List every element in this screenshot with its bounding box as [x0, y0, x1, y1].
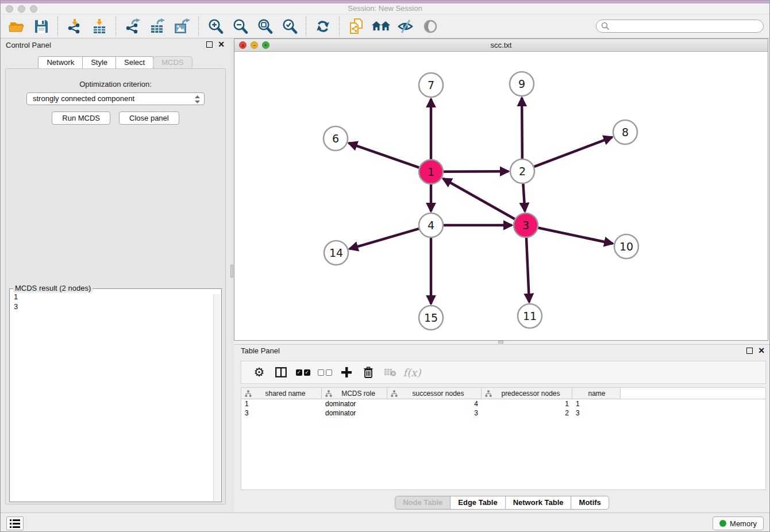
- result-scrollbar[interactable]: [213, 294, 221, 501]
- show-all-button[interactable]: [418, 16, 442, 37]
- export-table-button[interactable]: [145, 16, 170, 37]
- memory-button[interactable]: Memory: [713, 516, 764, 530]
- network-minimize-button[interactable]: –: [251, 41, 258, 49]
- tab-select[interactable]: Select: [116, 56, 153, 69]
- float-table-panel-icon[interactable]: [746, 348, 753, 354]
- column-layout-button[interactable]: [270, 363, 292, 382]
- hierarchy-icon: [325, 390, 332, 397]
- import-table-button[interactable]: [87, 16, 111, 37]
- table-cell[interactable]: dominator: [322, 408, 387, 418]
- select-chevrons-icon: [194, 95, 201, 104]
- graph-edge-2-8[interactable]: [534, 137, 613, 167]
- column-header-MCDS-role[interactable]: MCDS role: [322, 388, 387, 399]
- mcds-result-list[interactable]: 1 3: [14, 292, 210, 499]
- network-from-selection-button[interactable]: [344, 16, 368, 37]
- toolbar-separator: [339, 17, 340, 36]
- task-history-button[interactable]: [6, 516, 24, 530]
- table-row[interactable]: 3dominator323: [241, 408, 765, 418]
- network-window-titlebar[interactable]: x – + scc.txt: [234, 39, 768, 52]
- toolbar-search: [596, 20, 764, 33]
- zoom-fit-button[interactable]: [252, 16, 277, 37]
- graph-edge-3-1[interactable]: [443, 179, 515, 219]
- delete-table-button[interactable]: [379, 363, 401, 382]
- control-panel-header: Control Panel ✕: [1, 38, 230, 53]
- zoom-in-button[interactable]: [203, 16, 228, 37]
- column-header-successor-nodes[interactable]: successor nodes: [387, 388, 482, 399]
- graph-edge-1-2[interactable]: [444, 171, 509, 172]
- criterion-select[interactable]: strongly connected component: [26, 92, 205, 105]
- add-column-button[interactable]: [336, 363, 357, 382]
- table-cell[interactable]: 3: [387, 408, 482, 418]
- zoom-window-button[interactable]: [30, 5, 37, 13]
- splitter-handle[interactable]: [230, 265, 233, 277]
- refresh-layout-icon: [315, 18, 331, 34]
- zoom-fit-icon: [257, 18, 273, 34]
- toolbar-separator: [306, 17, 306, 36]
- function-builder-button[interactable]: f(x): [401, 363, 423, 382]
- open-session-button[interactable]: [4, 16, 29, 37]
- tab-node-table[interactable]: Node Table: [395, 496, 451, 510]
- tab-mcds[interactable]: MCDS: [153, 56, 192, 69]
- graph-edge-2-3[interactable]: [523, 184, 525, 211]
- horizontal-splitter-handle[interactable]: [498, 341, 503, 344]
- float-panel-icon[interactable]: [206, 41, 213, 48]
- column-header-predecessor-nodes[interactable]: predecessor nodes: [482, 388, 572, 399]
- toolbar-separator: [116, 17, 116, 36]
- table-cell[interactable]: 1: [482, 399, 572, 408]
- column-header-shared-name[interactable]: shared name: [241, 388, 322, 399]
- minimize-window-button[interactable]: [18, 5, 25, 13]
- graph-edge-1-6[interactable]: [349, 143, 419, 168]
- column-header-label: MCDS role: [332, 390, 384, 398]
- select-all-columns-button[interactable]: ✓ ✓: [292, 363, 314, 382]
- status-bar: Memory: [1, 512, 769, 532]
- network-canvas[interactable]: 7968124314101511: [234, 52, 768, 340]
- apply-layout-button[interactable]: [310, 16, 335, 37]
- column-header-name[interactable]: name: [572, 388, 621, 399]
- tab-network-table[interactable]: Network Table: [505, 496, 572, 510]
- graph-node-label: 1: [428, 165, 434, 178]
- table-cell[interactable]: 3: [241, 408, 322, 418]
- table-toolbar: ⚙ ✓ ✓: [241, 361, 766, 384]
- memory-status-dot: [719, 520, 726, 527]
- window-titlebar: Session: New Session: [1, 3, 769, 14]
- delete-column-button[interactable]: [357, 363, 379, 382]
- search-input[interactable]: [596, 20, 764, 33]
- export-image-button[interactable]: [170, 16, 194, 37]
- column-header-label: name: [576, 390, 618, 398]
- import-network-icon: [67, 18, 83, 34]
- first-neighbors-button[interactable]: [368, 16, 393, 37]
- graph-edge-3-11[interactable]: [526, 238, 529, 302]
- deselect-all-columns-button[interactable]: [314, 363, 336, 382]
- tab-network[interactable]: Network: [38, 56, 83, 69]
- close-window-button[interactable]: [6, 5, 13, 13]
- mcds-tab-content: Optimization criterion: strongly connect…: [5, 68, 226, 504]
- close-table-panel-icon[interactable]: ✕: [758, 348, 765, 354]
- table-cell[interactable]: dominator: [322, 399, 387, 408]
- graph-edge-3-10[interactable]: [538, 228, 613, 244]
- network-close-button[interactable]: x: [239, 41, 247, 49]
- zoom-out-button[interactable]: [228, 16, 252, 37]
- graph-edge-2-9[interactable]: [522, 98, 522, 159]
- hide-selected-button[interactable]: [393, 16, 418, 37]
- tab-motifs[interactable]: Motifs: [571, 496, 609, 510]
- zoom-selected-button[interactable]: [277, 16, 302, 37]
- import-network-button[interactable]: [62, 16, 87, 37]
- graph-edge-4-14[interactable]: [349, 229, 419, 249]
- table-cell[interactable]: 2: [482, 408, 572, 418]
- tab-edge-table[interactable]: Edge Table: [450, 496, 505, 510]
- table-cell[interactable]: 1: [572, 399, 621, 408]
- table-cell[interactable]: 4: [387, 399, 482, 408]
- close-panel-icon[interactable]: ✕: [218, 41, 225, 48]
- network-zoom-button[interactable]: +: [262, 41, 270, 49]
- save-floppy-icon: [34, 19, 49, 34]
- save-session-button[interactable]: [29, 16, 53, 37]
- table-settings-button[interactable]: ⚙: [248, 363, 270, 382]
- close-panel-button[interactable]: Close panel: [119, 111, 179, 125]
- table-cell[interactable]: 3: [572, 408, 621, 418]
- trash-icon: [363, 367, 374, 378]
- tab-style[interactable]: Style: [82, 56, 116, 69]
- table-cell[interactable]: 1: [241, 399, 322, 408]
- run-mcds-button[interactable]: Run MCDS: [52, 111, 110, 125]
- table-row[interactable]: 1dominator411: [241, 399, 765, 408]
- export-network-button[interactable]: [120, 16, 145, 37]
